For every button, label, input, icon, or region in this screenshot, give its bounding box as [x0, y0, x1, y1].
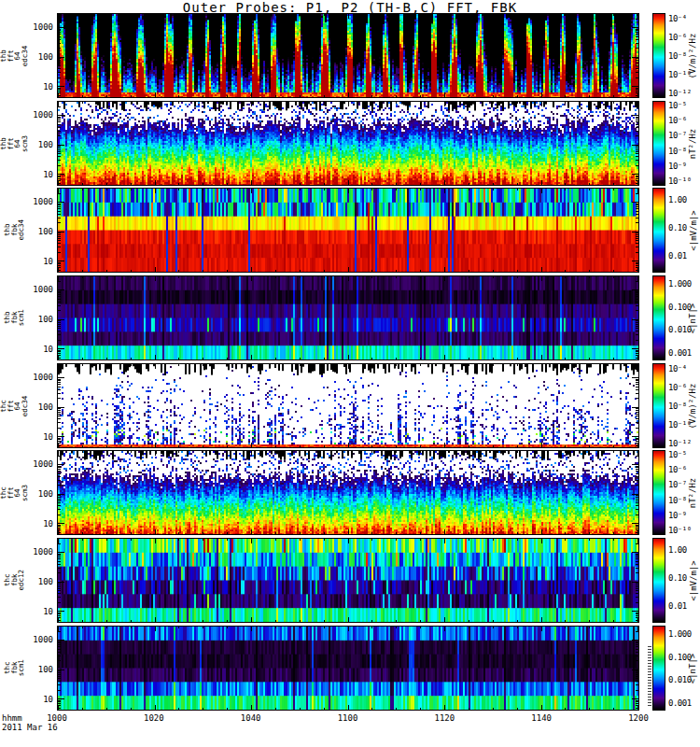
colorbar-unit-text: <|nT|> — [689, 653, 698, 684]
y-axis-tick-labels: 100010010 — [22, 188, 56, 273]
colorbar — [652, 13, 665, 98]
spectrogram-panel-thb-fft-64-scm3: thbfft64scm3 100010010 10⁻⁵10⁻⁶10⁻⁷10⁻⁸1… — [0, 101, 700, 188]
y-tick-label: 10 — [43, 82, 53, 92]
y-tick-label: 10 — [43, 695, 53, 704]
x-tick-label: 1040 — [231, 713, 272, 723]
colorbar-unit-text: (V/m)²/Hz — [689, 33, 698, 78]
colorbar-unit: <|mV/m|> — [686, 538, 700, 623]
colorbar-tick-label: 10⁻⁶ — [668, 465, 687, 474]
colorbar-unit-text: nT²/Hz — [689, 477, 698, 508]
colorbar-tick-label: 0.01 — [668, 251, 687, 261]
spectrogram-plot-area — [57, 363, 639, 448]
colorbar-unit-text: <|mV/m|> — [689, 560, 698, 600]
colorbar-unit: (V/m)²/Hz — [686, 363, 700, 448]
spectrogram-canvas — [58, 14, 638, 97]
y-tick-label: 100 — [38, 52, 53, 62]
colorbar-unit-text: <|nT|> — [689, 303, 698, 333]
colorbar — [652, 101, 665, 186]
spectrogram-plot-area — [57, 626, 639, 711]
spectrogram-plot-area — [57, 13, 639, 98]
colorbar-tick-label: 10⁻⁷ — [668, 131, 687, 140]
spectrogram-canvas — [58, 102, 638, 185]
colorbar-tick-label: 1.00 — [668, 195, 687, 204]
date-label: 2011 Mar 16 — [2, 723, 58, 732]
y-tick-label: 1000 — [33, 547, 53, 557]
colorbar-tick-label: 10⁻⁸ — [668, 147, 687, 156]
y-tick-label: 10 — [43, 607, 53, 616]
y-tick-label: 100 — [38, 227, 53, 236]
x-tick-label: 1100 — [328, 713, 369, 723]
colorbar — [652, 626, 665, 711]
y-axis-tick-labels: 100010010 — [22, 13, 56, 98]
y-tick-label: 100 — [38, 665, 53, 674]
y-axis-tick-labels: 100010010 — [22, 363, 56, 448]
spectrogram-canvas — [58, 627, 638, 710]
spectrogram-canvas — [58, 276, 638, 359]
x-tick-label: 1020 — [133, 713, 175, 723]
x-tick-label: 1140 — [521, 713, 562, 723]
y-tick-label: 10 — [43, 432, 53, 442]
y-tick-label: 1000 — [33, 373, 53, 382]
colorbar — [652, 188, 665, 273]
x-tick-label: 1120 — [424, 713, 465, 723]
colorbar-tick-label: 0.01 — [668, 601, 687, 611]
y-axis-tick-labels: 100010010 — [22, 626, 56, 711]
y-axis-tick-labels: 100010010 — [22, 450, 56, 535]
spectrogram-panel-thc-fbk-scm1: thcfbkscm1 100010010 1.0000.1000.0100.00… — [0, 626, 700, 712]
colorbar — [652, 450, 665, 535]
spectrogram-panel-thb-fbk-scm1: thbfbkscm1 100010010 1.0000.1000.0100.00… — [0, 275, 700, 362]
spectrogram-plot-area — [57, 275, 639, 360]
colorbar-tick-label: 10⁻⁸ — [668, 402, 687, 411]
colorbar-tick-label: 10⁻⁵ — [668, 450, 687, 459]
y-tick-label: 1000 — [33, 197, 53, 206]
panel-variable-label-text: thcfbkscm1 — [4, 659, 25, 676]
colorbar-unit: <|mV/m|> — [686, 188, 700, 273]
colorbar-tick-label: 10⁻⁷ — [668, 480, 687, 489]
colorbar-tick-label: 10⁻⁶ — [668, 116, 687, 125]
colorbar-tick-label: 10⁻⁴ — [668, 14, 687, 23]
x-tick-label: 1200 — [618, 713, 659, 723]
y-tick-label: 10 — [43, 519, 53, 529]
colorbar-tick-label: 1.00 — [668, 545, 687, 555]
colorbar — [652, 363, 665, 448]
y-axis-tick-labels: 100010010 — [22, 538, 56, 623]
colorbar-tick-label: 10⁻⁹ — [668, 511, 687, 520]
time-axis-label: hhmm — [2, 713, 22, 723]
colorbar-tick-label: 0.10 — [668, 573, 687, 583]
spectrogram-plot-area — [57, 450, 639, 535]
y-axis-tick-labels: 100010010 — [22, 275, 56, 360]
spectrogram-panel-thc-fft-64-edc34: thcfft64edc34 100010010 10⁻⁴10⁻⁶10⁻⁸10⁻¹… — [0, 363, 700, 450]
spectrogram-canvas — [58, 189, 638, 272]
spectrogram-panel-thc-fbk-edc12: thcfbkedc12 100010010 1.000.100.01 <|mV/… — [0, 538, 700, 625]
colorbar-tick-label: 10⁻⁵ — [668, 101, 687, 110]
colorbar-tick-label: 0.10 — [668, 223, 687, 233]
y-tick-label: 1000 — [33, 22, 53, 32]
colorbar-unit: nT²/Hz — [686, 450, 700, 535]
panel-variable-label-text: thbfbkscm1 — [4, 309, 25, 326]
spectrogram-canvas — [58, 451, 638, 534]
colorbar-unit-text: (V/m)²/Hz — [689, 383, 698, 429]
x-tick-label: 1000 — [36, 713, 77, 723]
spectrogram-figure: Outer Probes: P1, P2 (TH-B,C) FFT, FBK h… — [0, 0, 700, 747]
y-tick-label: 100 — [38, 315, 53, 324]
colorbar — [652, 538, 665, 623]
spectrogram-panel-thb-fft-64-edc34: thbfft64edc34 100010010 10⁻⁴10⁻⁶10⁻⁸10⁻¹… — [0, 13, 700, 100]
colorbar-unit-text: <|mV/m|> — [689, 210, 698, 250]
colorbar — [652, 275, 665, 360]
colorbar-tick-label: 10⁻⁴ — [668, 364, 687, 374]
colorbar-unit: <|nT|> — [686, 275, 700, 360]
colorbar-tick-label: 10⁻⁶ — [668, 383, 687, 392]
y-tick-label: 100 — [38, 577, 53, 586]
colorbar-tick-label: 10⁻⁶ — [668, 33, 687, 42]
y-tick-label: 100 — [38, 489, 53, 499]
panel-variable-label-text: thcfbkedc12 — [4, 570, 25, 591]
y-tick-label: 1000 — [33, 110, 53, 120]
y-tick-label: 1000 — [33, 459, 53, 469]
y-axis-tick-labels: 100010010 — [22, 101, 56, 186]
y-tick-label: 100 — [38, 402, 53, 412]
y-tick-label: 1000 — [33, 285, 53, 294]
colorbar-tick-label: 10⁻⁹ — [668, 162, 687, 171]
spectrogram-plot-area — [57, 101, 639, 186]
colorbar-unit: nT²/Hz — [686, 101, 700, 186]
y-tick-label: 100 — [38, 140, 53, 149]
